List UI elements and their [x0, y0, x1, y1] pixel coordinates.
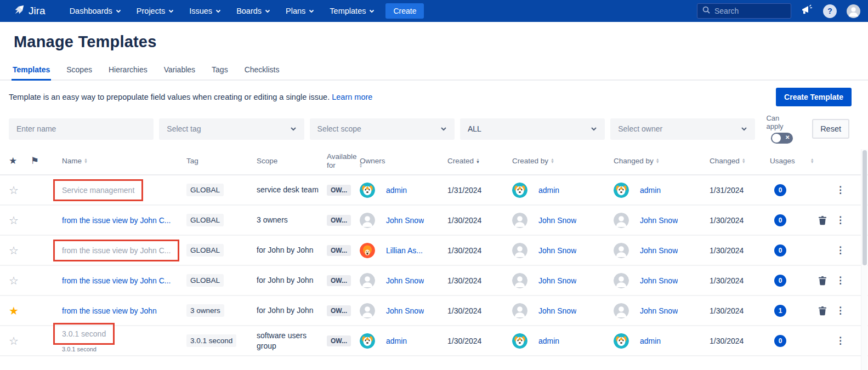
usages-badge[interactable]: 0: [774, 335, 786, 347]
favorite-star-icon[interactable]: ☆: [9, 244, 19, 257]
header-name-label: Name: [62, 157, 82, 166]
owner-link[interactable]: John Snow: [386, 216, 424, 225]
help-icon[interactable]: ?: [823, 4, 837, 18]
table-row: ☆ 3.0.1 second 3.0.1 second 3.0.1 second…: [0, 326, 868, 356]
usages-badge[interactable]: 0: [774, 184, 786, 196]
learn-more-link[interactable]: Learn more: [332, 93, 372, 101]
owner-link[interactable]: John Snow: [386, 306, 424, 315]
chevron-down-icon: [265, 9, 270, 13]
usages-badge[interactable]: 0: [774, 214, 786, 226]
available-for-badge[interactable]: OW...: [327, 335, 351, 346]
header-changed[interactable]: Changed▲▼: [710, 157, 770, 166]
header-flag[interactable]: ⚑: [31, 157, 53, 166]
owner-link[interactable]: John Snow: [386, 276, 424, 285]
delete-button[interactable]: [817, 305, 828, 317]
nav-issues[interactable]: Issues: [184, 3, 226, 19]
tab-checklists[interactable]: Checklists: [243, 65, 281, 81]
more-actions-button[interactable]: ⋮: [835, 213, 846, 227]
template-name-link[interactable]: Service management: [62, 186, 134, 195]
nav-plans[interactable]: Plans: [280, 3, 320, 19]
template-name-link[interactable]: from the issue view by John: [62, 306, 157, 315]
favorite-star-icon[interactable]: ☆: [9, 335, 19, 347]
nav-boards[interactable]: Boards: [231, 3, 276, 19]
changed-by-link[interactable]: admin: [640, 337, 661, 345]
created-by-link[interactable]: John Snow: [538, 276, 576, 285]
created-cell: 1/30/2024: [447, 246, 512, 255]
name-filter-input[interactable]: [16, 124, 146, 133]
available-for-badge[interactable]: OW...: [327, 275, 351, 286]
tab-variables[interactable]: Variables: [163, 65, 196, 81]
changed-by-link[interactable]: John Snow: [640, 306, 678, 315]
more-actions-button[interactable]: ⋮: [835, 243, 846, 257]
nav-projects[interactable]: Projects: [131, 3, 179, 19]
usages-badge[interactable]: 0: [774, 275, 786, 287]
created-cell: 1/30/2024: [447, 276, 512, 285]
template-name-link[interactable]: 3.0.1 second: [62, 329, 106, 338]
favorite-star-icon[interactable]: ☆: [9, 275, 19, 287]
owner-link[interactable]: admin: [386, 337, 407, 345]
user-avatar[interactable]: [847, 4, 860, 18]
nav-templates[interactable]: Templates: [324, 3, 380, 19]
changed-by-link[interactable]: John Snow: [640, 276, 678, 285]
changed-by-link[interactable]: admin: [640, 186, 661, 195]
created-by-link[interactable]: admin: [538, 337, 559, 345]
changed-by-link[interactable]: John Snow: [640, 216, 678, 225]
more-actions-button[interactable]: ⋮: [835, 304, 846, 317]
jira-logo[interactable]: Jira: [13, 4, 46, 19]
can-apply-toggle[interactable]: ✕: [771, 133, 793, 144]
header-created[interactable]: Created▲▼: [447, 157, 512, 166]
create-template-button[interactable]: Create Template: [776, 88, 852, 106]
template-name-link[interactable]: from the issue view by John C...: [62, 246, 171, 255]
owner-link[interactable]: admin: [386, 186, 407, 195]
scope-filter-select[interactable]: Select scope: [310, 118, 455, 140]
tab-scopes[interactable]: Scopes: [65, 65, 93, 81]
delete-button[interactable]: [817, 275, 828, 287]
created-by-link[interactable]: John Snow: [538, 246, 576, 255]
nav-dashboards-label: Dashboards: [70, 7, 112, 15]
created-by-link[interactable]: John Snow: [538, 216, 576, 225]
header-changed-by[interactable]: Changed by▲▼: [614, 157, 710, 166]
create-button[interactable]: Create: [385, 3, 424, 19]
available-for-cell: OW...: [327, 275, 360, 286]
header-created-by[interactable]: Created by▲▼: [512, 157, 614, 166]
created-by-link[interactable]: John Snow: [538, 306, 576, 315]
reset-button[interactable]: Reset: [812, 119, 849, 139]
favorite-star-icon[interactable]: ★: [9, 305, 19, 317]
header-name[interactable]: Name▲▼: [53, 157, 186, 166]
available-for-badge[interactable]: OW...: [327, 245, 351, 256]
header-star[interactable]: ★: [9, 157, 31, 166]
owner-link[interactable]: Lillian As...: [386, 246, 423, 255]
tag-badge: 3.0.1 second: [186, 334, 236, 347]
changed-by-link[interactable]: John Snow: [640, 246, 678, 255]
vertical-scrollbar[interactable]: [861, 149, 867, 370]
delete-button[interactable]: [817, 214, 828, 226]
announcements-icon[interactable]: [801, 4, 813, 18]
usages-badge[interactable]: 1: [774, 305, 786, 317]
favorite-star-icon[interactable]: ☆: [9, 214, 19, 226]
more-actions-button[interactable]: ⋮: [835, 183, 846, 197]
scrollbar-thumb[interactable]: [863, 150, 867, 265]
nav-dashboards[interactable]: Dashboards: [64, 3, 127, 19]
tab-tags[interactable]: Tags: [211, 65, 229, 81]
owner-filter-select[interactable]: Select owner: [610, 118, 755, 140]
header-available-for[interactable]: Available for▲▼: [327, 152, 360, 170]
more-actions-button[interactable]: ⋮: [835, 274, 846, 287]
created-by-link[interactable]: admin: [538, 186, 559, 195]
available-for-badge[interactable]: OW...: [327, 185, 351, 196]
usages-badge[interactable]: 0: [774, 244, 786, 257]
table-row: ☆ from the issue view by John C... GLOBA…: [0, 266, 868, 296]
template-name-link[interactable]: from the issue view by John C...: [62, 276, 171, 285]
header-usages[interactable]: Usages▲▼: [770, 157, 817, 166]
tab-hierarchies[interactable]: Hierarchies: [107, 65, 149, 81]
available-for-badge[interactable]: OW...: [327, 215, 351, 226]
search-input[interactable]: [714, 7, 780, 15]
available-for-badge[interactable]: OW...: [327, 305, 351, 316]
search-box[interactable]: [697, 3, 791, 19]
tag-filter-select[interactable]: Select tag: [159, 118, 304, 140]
favorite-star-icon[interactable]: ☆: [9, 184, 19, 196]
template-name-link[interactable]: from the issue view by John C...: [62, 216, 171, 225]
jira-logo-text: Jira: [29, 5, 46, 17]
tab-templates[interactable]: Templates: [12, 65, 51, 81]
status-filter-select[interactable]: ALL: [460, 118, 605, 140]
more-actions-button[interactable]: ⋮: [835, 334, 846, 348]
